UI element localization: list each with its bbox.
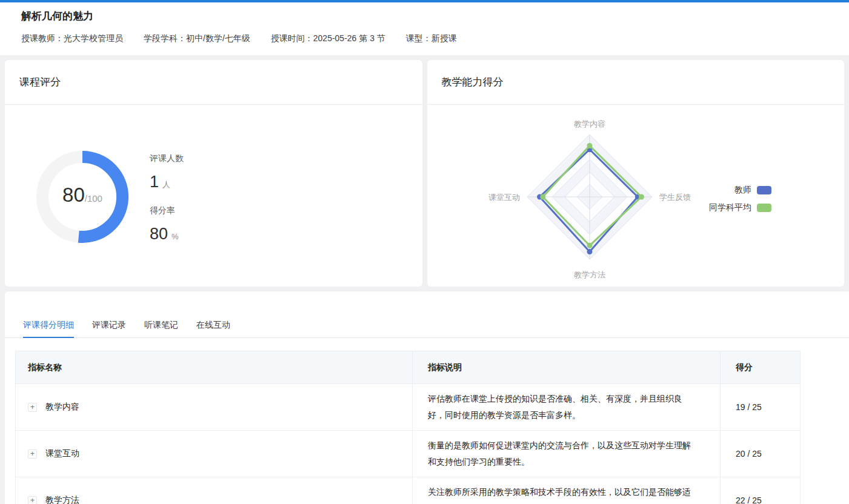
course-meta: 授课教师：光大学校管理员学段学科：初中/数学/七年级授课时间：2025-05-2…: [21, 33, 828, 43]
donut-max: /100: [85, 193, 102, 204]
radar-legend: 教师同学科平均: [709, 185, 771, 220]
meta-value: 初中/数学/七年级: [186, 33, 250, 43]
meta-item: 学段学科：初中/数学/七年级: [144, 33, 250, 43]
legend-item[interactable]: 教师: [709, 185, 771, 196]
meta-item: 课型：新授课: [406, 33, 457, 43]
score-cell: 20 / 25: [721, 431, 801, 477]
teaching-ability-card-header: 教学能力得分: [427, 60, 845, 105]
stat-label: 评课人数: [150, 154, 184, 163]
indicator-desc-cell: 关注教师所采用的教学策略和技术手段的有效性，以及它们是否能够适应不同的学习风格和…: [413, 477, 721, 504]
indicator-name-wrap: +教学方法: [28, 495, 412, 504]
column-header-indicator-desc: 指标说明: [413, 351, 721, 384]
legend-swatch: [757, 204, 771, 212]
meta-label: 授课时间：: [271, 33, 313, 43]
meta-value: 新授课: [431, 33, 457, 43]
stat-unit: 人: [162, 180, 170, 189]
page-title: 解析几何的魅力: [21, 10, 828, 23]
radar-axis-label: 课堂互动: [488, 193, 520, 202]
detail-panel: 评课得分明细评课记录听课笔记在线互动 指标名称 指标说明 得分 +教学内容评估教…: [5, 291, 849, 504]
teaching-ability-card-title: 教学能力得分: [442, 75, 504, 89]
summary-cards-row: 课程评分 80/100 评课人数1人得分率80% 教学能力得分 教学内容学生反馈…: [5, 60, 844, 287]
table-header-row: 指标名称 指标说明 得分: [16, 351, 801, 384]
score-cell: 22 / 25: [721, 477, 801, 504]
score-stats: 评课人数1人得分率80%: [150, 154, 184, 258]
meta-value: 2025-05-26 第 3 节: [313, 33, 385, 43]
meta-item: 授课教师：光大学校管理员: [21, 33, 123, 43]
meta-label: 授课教师：: [21, 33, 64, 43]
expand-row-button[interactable]: +: [28, 449, 37, 459]
table-row: +课堂互动衡量的是教师如何促进课堂内的交流与合作，以及这些互动对学生理解和支持他…: [16, 431, 801, 477]
radar-axis-label: 教学内容: [574, 119, 605, 128]
legend-label: 同学科平均: [709, 202, 751, 213]
meta-item: 授课时间：2025-05-26 第 3 节: [271, 33, 385, 43]
tab-4[interactable]: 在线互动: [196, 320, 230, 338]
column-header-score: 得分: [721, 351, 801, 384]
teaching-ability-card-body: 教学内容学生反馈教学方法课堂互动 教师同学科平均: [427, 105, 845, 286]
teaching-ability-card: 教学能力得分 教学内容学生反馈教学方法课堂互动 教师同学科平均: [427, 60, 845, 287]
donut-center-label: 80/100: [34, 184, 131, 207]
table-row: +教学方法关注教师所采用的教学策略和技术手段的有效性，以及它们是否能够适应不同的…: [16, 477, 801, 504]
stat-value: 1: [150, 173, 159, 191]
legend-swatch: [757, 186, 771, 194]
legend-label: 教师: [734, 185, 751, 196]
tab-2[interactable]: 评课记录: [92, 320, 126, 338]
score-detail-table: 指标名称 指标说明 得分 +教学内容评估教师在课堂上传授的知识是否准确、相关、有…: [15, 351, 801, 504]
stat-unit: %: [171, 232, 179, 241]
expand-row-button[interactable]: +: [28, 403, 37, 412]
indicator-desc: 衡量的是教师如何促进课堂内的交流与合作，以及这些互动对学生理解和支持他们学习的重…: [428, 437, 696, 470]
score-donut-chart: 80/100: [34, 148, 131, 245]
indicator-name: 课堂互动: [45, 448, 79, 459]
indicator-desc-cell: 衡量的是教师如何促进课堂内的交流与合作，以及这些互动对学生理解和支持他们学习的重…: [413, 431, 721, 477]
meta-value: 光大学校管理员: [64, 33, 123, 43]
table-row: +教学内容评估教师在课堂上传授的知识是否准确、相关、有深度，并且组织良好，同时使…: [16, 384, 801, 431]
indicator-name: 教学内容: [45, 402, 79, 413]
tab-3[interactable]: 听课笔记: [144, 320, 178, 338]
radar-chart: 教学内容学生反馈教学方法课堂互动: [427, 105, 845, 286]
indicator-name: 教学方法: [45, 495, 79, 504]
page-header: 解析几何的魅力 授课教师：光大学校管理员学段学科：初中/数学/七年级授课时间：2…: [0, 2, 849, 55]
stat-value-row: 1人: [150, 173, 184, 191]
indicator-name-wrap: +教学内容: [28, 402, 412, 413]
indicator-name-cell: +教学方法: [16, 477, 413, 504]
meta-label: 课型：: [406, 33, 431, 43]
indicator-name-cell: +教学内容: [16, 384, 413, 431]
tab-1[interactable]: 评课得分明细: [23, 320, 74, 338]
meta-label: 学段学科：: [144, 33, 186, 43]
expand-row-button[interactable]: +: [28, 496, 37, 504]
stat-value: 80: [150, 225, 168, 243]
radar-axis-label: 教学方法: [574, 270, 605, 279]
donut-score: 80: [62, 184, 85, 206]
column-header-indicator-name: 指标名称: [16, 351, 413, 384]
course-score-card-body: 80/100 评课人数1人得分率80%: [5, 105, 422, 286]
stat-label: 得分率: [150, 206, 184, 215]
indicator-name-cell: +课堂互动: [16, 431, 413, 477]
stat-value-row: 80%: [150, 225, 184, 244]
indicator-desc-cell: 评估教师在课堂上传授的知识是否准确、相关、有深度，并且组织良好，同时使用的教学资…: [413, 384, 721, 431]
legend-item[interactable]: 同学科平均: [709, 202, 771, 213]
detail-tabs: 评课得分明细评课记录听课笔记在线互动: [5, 291, 849, 338]
radar-axis-label: 学生反馈: [659, 193, 691, 202]
course-score-card-title: 课程评分: [19, 75, 61, 89]
indicator-desc: 评估教师在课堂上传授的知识是否准确、相关、有深度，并且组织良好，同时使用的教学资…: [428, 391, 696, 423]
course-score-card: 课程评分 80/100 评课人数1人得分率80%: [5, 60, 422, 287]
indicator-desc: 关注教师所采用的教学策略和技术手段的有效性，以及它们是否能够适应不同的学习风格和…: [428, 484, 696, 504]
course-score-card-header: 课程评分: [5, 60, 422, 105]
indicator-name-wrap: +课堂互动: [28, 448, 412, 459]
score-cell: 19 / 25: [721, 384, 801, 431]
